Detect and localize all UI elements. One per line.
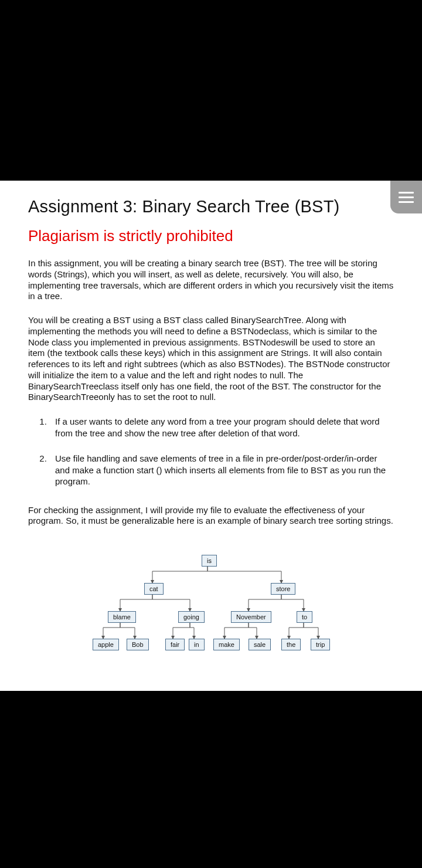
- paragraph-class-desc: You will be creating a BST using a BST c…: [28, 315, 394, 403]
- tree-node: going: [178, 611, 205, 623]
- tree-node-leaf: the: [281, 639, 301, 650]
- tree-node-leaf: fair: [165, 639, 185, 650]
- tree-node: to: [297, 611, 312, 623]
- requirements-list: If a user wants to delete any word from …: [49, 416, 394, 487]
- list-item: If a user wants to delete any word from …: [49, 416, 394, 439]
- document-page: Assignment 3: Binary Search Tree (BST) P…: [0, 181, 422, 691]
- tree-node: November: [231, 611, 271, 623]
- tree-edges: [28, 554, 394, 671]
- tree-node-leaf: apple: [93, 639, 119, 650]
- tree-node: store: [271, 583, 295, 595]
- tree-node-leaf: make: [213, 639, 240, 650]
- tree-node-root: is: [202, 555, 217, 567]
- bst-diagram: is cat store blame going November to app…: [28, 554, 394, 671]
- tree-node-leaf: sale: [249, 639, 271, 650]
- warning-heading: Plagiarism is strictly prohibited: [28, 227, 394, 245]
- list-item: Use file handling and save elements of t…: [49, 453, 394, 487]
- paragraph-checking: For checking the assignment, I will prov…: [28, 505, 394, 527]
- page-title: Assignment 3: Binary Search Tree (BST): [28, 197, 394, 216]
- hamburger-menu-icon[interactable]: [390, 181, 422, 213]
- tree-node-leaf: trip: [311, 639, 330, 650]
- paragraph-intro: In this assignment, you will be creating…: [28, 258, 394, 302]
- tree-node-leaf: in: [189, 639, 205, 650]
- tree-node: cat: [144, 583, 164, 595]
- tree-node-leaf: Bob: [127, 639, 149, 650]
- tree-node: blame: [108, 611, 136, 623]
